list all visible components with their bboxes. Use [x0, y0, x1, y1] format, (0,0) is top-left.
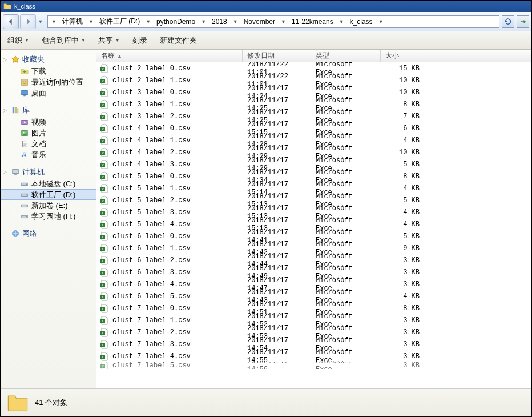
svg-text:X: X	[102, 343, 104, 347]
svg-rect-2	[22, 90, 28, 94]
breadcrumb-segment[interactable]: 2018	[208, 16, 231, 27]
file-name: clust_7_label_5.csv	[112, 362, 191, 369]
excel-file-icon: X	[100, 136, 109, 145]
file-size: 4 KB	[381, 220, 425, 228]
excel-file-icon: X	[100, 232, 109, 241]
sidebar-head-libraries[interactable]: ▷ 库	[1, 104, 96, 117]
sidebar-head-computer[interactable]: ▷ 计算机	[1, 166, 96, 178]
file-size: 3 KB	[381, 328, 425, 336]
svg-rect-5	[15, 107, 17, 114]
sidebar-item-desktop[interactable]: 桌面	[1, 87, 96, 98]
file-name: clust_6_label_3.csv	[112, 268, 191, 276]
col-label: 修改日期	[247, 51, 275, 61]
file-name: clust_5_label_1.csv	[112, 185, 191, 193]
sidebar-item-label: 视频	[31, 117, 46, 127]
expander-icon: ▷	[3, 169, 7, 175]
chevron-down-icon: ▼	[115, 38, 120, 43]
newfolder-button[interactable]: 新建文件夹	[158, 34, 199, 47]
file-name: clust_7_label_1.csv	[112, 316, 191, 324]
newfolder-label: 新建文件夹	[160, 35, 197, 46]
file-name: clust_5_label_2.csv	[112, 197, 191, 205]
file-size: 3 KB	[381, 340, 425, 348]
svg-text:X: X	[102, 223, 104, 227]
sidebar-head-favorites[interactable]: ▷ 收藏夹	[1, 53, 96, 66]
svg-text:X: X	[102, 295, 104, 299]
excel-file-icon: X	[100, 316, 109, 325]
libraries-icon	[11, 106, 20, 115]
sidebar-item-label: 最近访问的位置	[31, 77, 83, 87]
recent-icon	[20, 78, 29, 87]
file-size: 10 KB	[381, 89, 425, 97]
excel-file-icon: X	[100, 304, 109, 313]
file-name: clust_3_label_1.csv	[112, 101, 191, 109]
file-size: 5 KB	[381, 232, 425, 240]
sidebar-item-label: 文档	[31, 139, 46, 149]
include-button[interactable]: 包含到库中 ▼	[39, 34, 88, 47]
file-list[interactable]: Xclust_2_label_0.csv2018/11/22 11:01Micr…	[96, 62, 531, 388]
breadcrumb-bar[interactable]: ▼计算机▼软件工厂 (D:)▼pythonDemo▼2018▼November▼…	[47, 15, 499, 28]
sidebar-item-drive-e[interactable]: 新加卷 (E:)	[1, 200, 96, 211]
svg-text:X: X	[102, 199, 104, 203]
col-header-size[interactable]: 大小	[381, 50, 425, 62]
svg-text:X: X	[102, 271, 104, 275]
excel-file-icon: X	[100, 64, 109, 73]
file-size: 3 KB	[381, 268, 425, 276]
share-button[interactable]: 共享 ▼	[96, 34, 122, 47]
file-name: clust_6_label_4.csv	[112, 280, 191, 288]
svg-point-15	[26, 194, 27, 195]
sidebar-item-recent[interactable]: 最近访问的位置	[1, 77, 96, 87]
chevron-right-icon: ▼	[376, 19, 386, 25]
file-row[interactable]: Xclust_7_label_4.csv2018/11/17 14:55Micr…	[96, 350, 531, 362]
download-icon	[20, 67, 29, 76]
svg-text:X: X	[102, 319, 104, 323]
svg-text:X: X	[102, 307, 104, 311]
breadcrumb-segment[interactable]: pythonDemo	[153, 16, 199, 27]
excel-file-icon: X	[100, 340, 109, 349]
col-header-date[interactable]: 修改日期	[243, 50, 311, 62]
breadcrumb-segment[interactable]: 软件工厂 (D:)	[96, 16, 143, 27]
col-header-type[interactable]: 类型	[311, 50, 381, 62]
command-toolbar: 组织 ▼ 包含到库中 ▼ 共享 ▼ 刻录 新建文件夹	[1, 31, 531, 50]
svg-text:X: X	[102, 127, 104, 131]
sidebar-item-downloads[interactable]: 下载	[1, 66, 96, 77]
forward-button[interactable]	[20, 14, 36, 29]
window-titlebar: k_class	[1, 1, 531, 12]
breadcrumb-segment[interactable]: k_class	[346, 16, 376, 27]
excel-file-icon: X	[100, 292, 109, 301]
svg-rect-4	[13, 107, 15, 114]
svg-text:X: X	[102, 103, 104, 107]
sidebar-item-documents[interactable]: 文档	[1, 138, 96, 149]
file-row[interactable]: Xclust_7_label_5.csv2018/11/17 14:56Micr…	[96, 362, 531, 369]
file-size: 8 KB	[381, 304, 425, 312]
computer-icon	[11, 167, 20, 177]
excel-file-icon: X	[100, 244, 109, 253]
burn-label: 刻录	[132, 35, 147, 46]
sidebar-head-network[interactable]: 网络	[1, 227, 96, 240]
file-size: 15 KB	[381, 65, 425, 73]
sidebar-item-drive-h[interactable]: 学习园地 (H:)	[1, 211, 96, 222]
excel-file-icon: X	[100, 256, 109, 265]
go-button[interactable]	[517, 15, 529, 28]
breadcrumb-segment[interactable]: 计算机	[59, 16, 86, 27]
excel-file-icon: X	[100, 100, 109, 109]
svg-point-13	[26, 183, 27, 185]
file-name: clust_5_label_0.csv	[112, 173, 191, 181]
svg-text:X: X	[102, 235, 104, 239]
sidebar-item-drive-d[interactable]: 软件工厂 (D:)	[1, 189, 96, 200]
sidebar-item-videos[interactable]: 视频	[1, 117, 96, 127]
sidebar-item-drive-c[interactable]: 本地磁盘 (C:)	[1, 178, 96, 189]
excel-file-icon: X	[100, 280, 109, 289]
history-dropdown[interactable]: ▼	[37, 19, 44, 25]
refresh-button[interactable]	[502, 15, 514, 28]
excel-file-icon: X	[100, 172, 109, 181]
file-name: clust_5_label_3.csv	[112, 209, 191, 216]
organize-button[interactable]: 组织 ▼	[5, 34, 31, 47]
burn-button[interactable]: 刻录	[130, 34, 150, 47]
breadcrumb-segment[interactable]: 11-22kmeans	[288, 16, 337, 27]
breadcrumb-segment[interactable]: November	[240, 16, 279, 27]
col-header-name[interactable]: 名称 ▲	[96, 50, 243, 62]
sidebar-item-music[interactable]: 音乐	[1, 149, 96, 160]
back-button[interactable]	[3, 14, 19, 29]
sidebar-item-pictures[interactable]: 图片	[1, 127, 96, 138]
svg-rect-3	[23, 95, 26, 96]
